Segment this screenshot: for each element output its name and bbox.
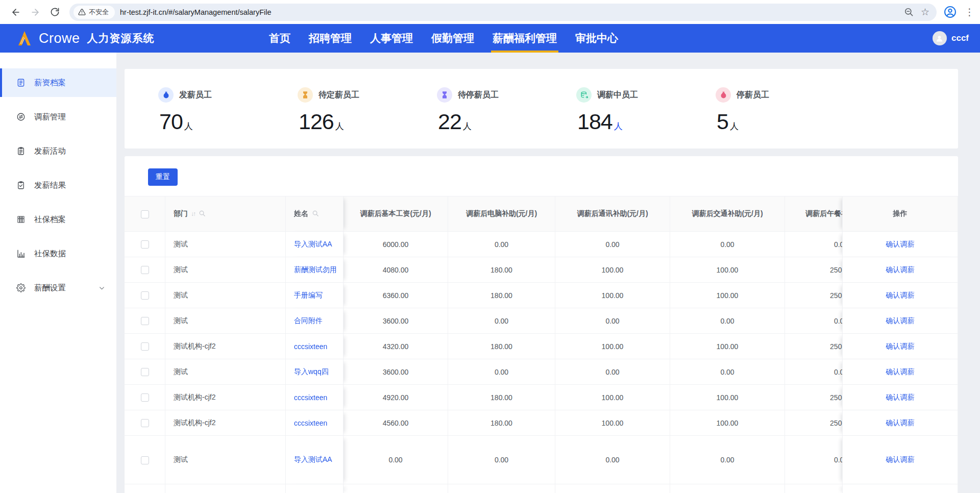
- coins-icon: [576, 87, 592, 103]
- confirm-salary-adjust-link[interactable]: 确认调薪: [886, 455, 915, 463]
- bookmark-star-icon[interactable]: ☆: [921, 6, 929, 18]
- employee-name-link[interactable]: 薪酬测试勿用: [294, 265, 337, 274]
- base-salary-cell: 4320.00: [344, 334, 448, 359]
- reset-button[interactable]: 重置: [148, 168, 178, 186]
- row-checkbox[interactable]: [141, 368, 149, 376]
- confirm-salary-adjust-link[interactable]: 确认调薪: [886, 316, 915, 325]
- top-nav-item-5[interactable]: 薪酬福利管理: [493, 24, 557, 53]
- employee-name-link[interactable]: 合同附件: [294, 316, 323, 325]
- table-row: 测试机构-cjf2 cccsixteen 4920.00 180.00 100.…: [125, 385, 958, 410]
- stat-block-5: 停薪员工 5 人: [716, 87, 855, 149]
- sidebar-item-label: 发薪活动: [34, 146, 66, 157]
- employee-name-link[interactable]: 导入wqq四: [294, 367, 329, 376]
- col-header-computer: 调薪后电脑补助(元/月): [448, 196, 555, 232]
- brand-name: Crowe: [39, 31, 80, 46]
- employee-name-link[interactable]: 导入测试AA: [294, 240, 332, 248]
- comm-allowance-cell: 0.00: [555, 359, 670, 385]
- row-checkbox[interactable]: [141, 342, 149, 351]
- action-cell: 确认调薪: [842, 334, 958, 359]
- sidebar-item-5[interactable]: 社保档案: [0, 205, 116, 234]
- browser-reload-icon[interactable]: [46, 4, 63, 21]
- archive-binders-icon: [16, 215, 26, 224]
- stat-label: 发薪员工: [179, 90, 212, 101]
- confirm-salary-adjust-link[interactable]: 确认调薪: [886, 265, 915, 274]
- col-header-name[interactable]: 姓名: [286, 196, 344, 232]
- user-area[interactable]: cccf: [933, 24, 969, 53]
- top-nav: 首页招聘管理人事管理假勤管理薪酬福利管理审批中心: [269, 24, 618, 53]
- sort-icons[interactable]: ↓↑: [191, 210, 195, 217]
- name-cell: cccsixteen: [286, 334, 344, 359]
- stat-unit: 人: [730, 120, 739, 132]
- sidebar-item-3[interactable]: 发薪活动: [0, 137, 116, 165]
- sidebar-item-2[interactable]: 调薪管理: [0, 103, 116, 131]
- dept-cell: 测试机构-cjf2: [165, 385, 286, 410]
- stat-label: 待定薪员工: [318, 90, 359, 101]
- employee-name-link[interactable]: 手册编写: [294, 291, 323, 299]
- comm-allowance-cell: 100.00: [555, 334, 670, 359]
- browser-menu-icon[interactable]: ⋮: [965, 6, 973, 18]
- row-checkbox[interactable]: [141, 291, 149, 300]
- base-salary-cell: 0.00: [344, 436, 448, 484]
- top-nav-label: 人事管理: [370, 31, 413, 45]
- row-checkbox[interactable]: [141, 456, 149, 464]
- confirm-salary-adjust-link[interactable]: 确认调薪: [886, 367, 915, 376]
- top-nav-item-6[interactable]: 审批中心: [575, 24, 618, 53]
- dept-cell: 测试: [165, 232, 286, 257]
- security-chip[interactable]: 不安全: [74, 6, 115, 19]
- table-row: 测试机构-cjf2 cccsixteen 4560.00 180.00 100.…: [125, 410, 958, 436]
- select-all-checkbox[interactable]: [141, 210, 149, 218]
- sidebar-item-4[interactable]: 发薪结果: [0, 171, 116, 200]
- account-circle-icon[interactable]: [944, 6, 957, 18]
- top-nav-item-2[interactable]: 招聘管理: [309, 24, 352, 53]
- stat-block-4: 调薪中员工 184 人: [576, 87, 716, 149]
- row-select-cell: [125, 359, 165, 385]
- name-cell: cccsixteen: [286, 385, 344, 410]
- zoom-out-icon[interactable]: [904, 7, 914, 17]
- employee-name-link[interactable]: cccsixteen: [294, 419, 327, 427]
- sidebar-item-7[interactable]: 薪酬设置: [0, 274, 116, 302]
- confirm-salary-adjust-link[interactable]: 确认调薪: [886, 342, 915, 350]
- search-icon[interactable]: [312, 210, 319, 218]
- confirm-salary-adjust-link[interactable]: 确认调薪: [886, 240, 915, 248]
- comm-allowance-cell: 0.00: [555, 308, 670, 334]
- hourglass-icon: [298, 87, 313, 103]
- browser-forward-icon[interactable]: [27, 4, 44, 21]
- address-bar[interactable]: 不安全 hr-test.zjf-it.cn/#/salaryManagement…: [69, 4, 937, 21]
- col-header-dept[interactable]: 部门↓↑: [165, 196, 286, 232]
- comm-allowance-cell: 100.00: [555, 410, 670, 436]
- computer-allowance-cell: 0.00: [448, 436, 555, 484]
- crowe-logo-icon: [15, 30, 34, 46]
- sidebar-item-1[interactable]: 薪资档案: [0, 68, 116, 97]
- row-checkbox[interactable]: [141, 393, 149, 402]
- computer-allowance-cell: 0.00: [448, 308, 555, 334]
- top-nav-item-3[interactable]: 人事管理: [370, 24, 413, 53]
- url-text[interactable]: hr-test.zjf-it.cn/#/salaryManagement/sal…: [120, 8, 904, 16]
- employee-name-link[interactable]: cccsixteen: [294, 342, 327, 351]
- stat-unit: 人: [184, 120, 193, 132]
- transport-allowance-cell: 0.00: [670, 308, 785, 334]
- action-cell: 确认调薪: [842, 257, 958, 283]
- action-cell: 确认调薪: [842, 308, 958, 334]
- browser-back-icon[interactable]: [7, 4, 24, 21]
- row-checkbox[interactable]: [141, 317, 149, 325]
- security-label: 不安全: [89, 8, 109, 17]
- confirm-salary-adjust-link[interactable]: 确认调薪: [886, 393, 915, 401]
- confirm-salary-adjust-link[interactable]: 确认调薪: [886, 291, 915, 299]
- sidebar-item-label: 调薪管理: [34, 112, 66, 122]
- employee-name-link[interactable]: 导入测试AA: [294, 455, 332, 463]
- row-checkbox[interactable]: [141, 266, 149, 274]
- dept-cell: 测试: [165, 436, 286, 484]
- sidebar-item-6[interactable]: 社保数据: [0, 239, 116, 268]
- row-checkbox[interactable]: [141, 419, 149, 427]
- top-nav-label: 招聘管理: [309, 31, 352, 45]
- top-nav-item-1[interactable]: 首页: [269, 24, 290, 53]
- top-nav-item-4[interactable]: 假勤管理: [431, 24, 474, 53]
- row-checkbox[interactable]: [141, 240, 149, 249]
- stat-label: 停薪员工: [737, 90, 769, 101]
- dept-cell: 测试: [165, 283, 286, 308]
- warning-icon: [78, 8, 86, 16]
- employee-name-link[interactable]: cccsixteen: [294, 393, 327, 402]
- confirm-salary-adjust-link[interactable]: 确认调薪: [886, 418, 915, 427]
- search-icon[interactable]: [199, 210, 206, 218]
- transport-allowance-cell: 100.00: [670, 385, 785, 410]
